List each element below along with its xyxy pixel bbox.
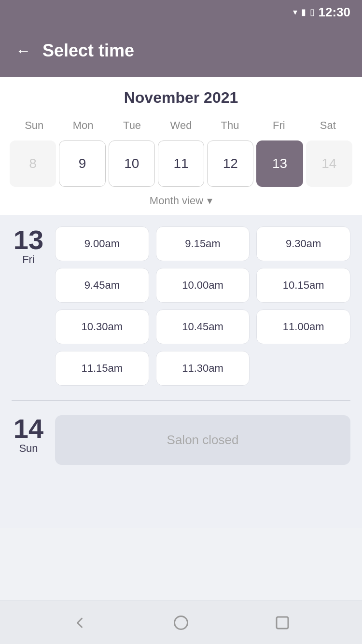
month-year-title: November 2021 [10,89,352,107]
chevron-down-icon: ▾ [207,195,212,207]
salon-closed-block: 14 Sun Salon closed [12,415,350,465]
month-view-label: Month view [150,195,203,207]
calendar-section: November 2021 Sun Mon Tue Wed Thu Fri Sa… [0,77,362,215]
status-bar: ▾ ▮ ▯ 12:30 [0,0,362,24]
svg-rect-1 [277,617,288,629]
recent-nav-icon [274,614,291,631]
time-slot-1130am[interactable]: 11.30am [156,351,250,386]
month-view-toggle[interactable]: Month view ▾ [10,195,352,207]
day-block-13: 13 Fri 9.00am 9.15am 9.30am 9.45am 10.00… [12,226,350,386]
time-slot-945am[interactable]: 9.45am [55,268,149,303]
date-cell-10[interactable]: 10 [109,140,155,187]
day-headers: Sun Mon Tue Wed Thu Fri Sat [10,116,352,135]
date-cell-11[interactable]: 11 [158,140,204,187]
battery-icon: ▯ [310,7,315,17]
date-cell-9[interactable]: 9 [59,140,105,187]
status-time: 12:30 [319,5,351,20]
day-header-sat: Sat [304,116,352,135]
date-cell-8[interactable]: 8 [10,140,56,187]
home-nav-icon [172,614,190,631]
day-header-sun: Sun [10,116,58,135]
date-cell-12[interactable]: 12 [207,140,253,187]
day-number-13: 13 [14,226,43,253]
page-title: Select time [42,41,134,61]
date-cell-13[interactable]: 13 [256,140,303,187]
salon-closed-box: Salon closed [55,415,350,465]
header: ← Select time [0,24,362,77]
signal-icon: ▮ [301,7,306,17]
day-number-label-14: 14 Sun [12,415,45,455]
nav-back-button[interactable] [70,613,89,632]
time-slot-1000am[interactable]: 10.00am [156,268,250,303]
date-row: 8 9 10 11 12 13 14 [10,140,352,187]
time-slot-900am[interactable]: 9.00am [55,226,149,261]
time-slot-1045am[interactable]: 10.45am [156,309,250,344]
wifi-icon: ▾ [293,7,297,17]
status-icons: ▾ ▮ ▯ 12:30 [293,5,351,20]
bottom-nav [0,601,362,644]
day-header-mon: Mon [58,116,107,135]
day-label-row-13: 13 Fri 9.00am 9.15am 9.30am 9.45am 10.00… [12,226,350,386]
day-block-14: 14 Sun Salon closed [12,415,350,465]
back-nav-icon [71,614,88,631]
section-divider [12,400,350,401]
day-header-fri: Fri [254,116,303,135]
day-header-thu: Thu [206,116,254,135]
time-slot-1030am[interactable]: 10.30am [55,309,149,344]
time-slot-915am[interactable]: 9.15am [156,226,250,261]
day-number-label-13: 13 Fri [12,226,45,266]
time-slot-1015am[interactable]: 10.15am [256,268,350,303]
nav-recent-button[interactable] [273,613,292,632]
time-grid-13: 9.00am 9.15am 9.30am 9.45am 10.00am 10.1… [55,226,350,386]
time-slot-1115am[interactable]: 11.15am [55,351,149,386]
back-button[interactable]: ← [15,42,31,60]
nav-home-button[interactable] [171,613,191,632]
svg-point-0 [175,616,188,629]
timeslots-section: 13 Fri 9.00am 9.15am 9.30am 9.45am 10.00… [0,215,362,528]
time-slot-930am[interactable]: 9.30am [256,226,350,261]
day-header-wed: Wed [156,116,205,135]
salon-closed-label: Salon closed [167,433,239,447]
day-name-13: Fri [22,253,35,266]
time-slot-1100am[interactable]: 11.00am [256,309,350,344]
day-name-14: Sun [19,442,38,455]
day-header-tue: Tue [108,116,156,135]
date-cell-14[interactable]: 14 [306,140,352,187]
day-number-14: 14 [14,415,43,442]
